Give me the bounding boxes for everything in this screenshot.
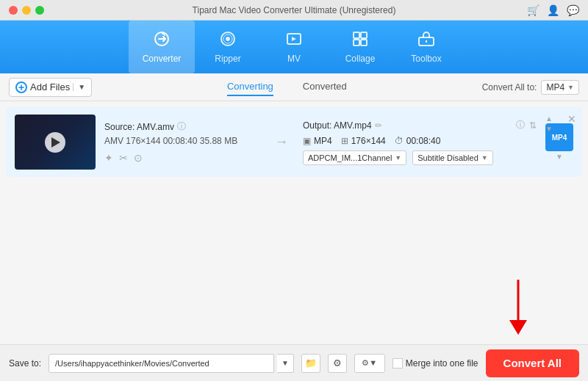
subtitle-dropdown[interactable]: Subtitle Disabled ▼ <box>412 150 492 165</box>
convert-all-button[interactable]: Convert All <box>486 349 579 377</box>
collage-label: Collage <box>345 54 376 64</box>
output-info: Output: AMV.mp4 ✏ ⓘ ⇅ ▣ MP4 ⊞ 176×144 <box>303 119 537 165</box>
resolution-spec: ⊞ 176×144 <box>341 136 386 146</box>
bottom-bar: Save to: ▼ 📁 ⚙ ⚙▼ Merge into one file Co… <box>0 344 588 381</box>
subtitle-arrow: ▼ <box>481 154 488 162</box>
merge-checkbox[interactable] <box>392 358 403 369</box>
format-icon: ▣ <box>303 136 311 146</box>
minimize-window-button[interactable] <box>22 6 31 15</box>
nav-item-ripper[interactable]: Ripper <box>195 21 261 73</box>
audio-channel-dropdown[interactable]: ADPCM_IM...1Channel ▼ <box>303 150 406 165</box>
source-info-icon[interactable]: ⓘ <box>177 120 186 133</box>
settings-button[interactable]: ⚙ <box>328 354 347 373</box>
output-sort-icon[interactable]: ⇅ <box>529 120 537 131</box>
move-down-button[interactable]: ▼ <box>545 125 553 134</box>
add-files-plus-icon: + <box>15 81 27 93</box>
cut-icon[interactable]: ✂ <box>119 152 128 164</box>
arrow-area: → <box>269 134 294 150</box>
toolbar-tabs: Converting Converted <box>92 78 482 96</box>
window-title: Tipard Mac Video Converter Ultimate (Unr… <box>193 5 396 15</box>
maximize-window-button[interactable] <box>35 6 44 15</box>
source-label: Source: AMV.amv ⓘ <box>104 120 260 133</box>
nav-item-toolbox[interactable]: Toolbox <box>393 21 459 73</box>
file-meta: AMV 176×144 00:08:40 35.88 MB <box>104 136 260 146</box>
add-files-dropdown-arrow[interactable]: ▼ <box>73 83 85 91</box>
output-specs: ▣ MP4 ⊞ 176×144 ⏱ 00:08:40 <box>303 136 537 146</box>
extra-icon: ⚙▼ <box>362 358 377 368</box>
merge-label: Merge into one file <box>406 358 478 369</box>
converter-icon <box>153 30 171 51</box>
conversion-arrow-icon: → <box>275 134 288 150</box>
output-edit-icon[interactable]: ✏ <box>375 120 382 131</box>
video-thumbnail <box>15 115 96 170</box>
title-bar: Tipard Mac Video Converter Ultimate (Unr… <box>0 0 588 21</box>
remove-file-button[interactable]: ✕ <box>567 113 576 125</box>
svg-rect-8 <box>361 40 367 46</box>
toolbar: + Add Files ▼ Converting Converted Conve… <box>0 73 588 101</box>
save-path-dropdown-arrow[interactable]: ▼ <box>277 354 294 373</box>
output-name: Output: AMV.mp4 ✏ <box>303 120 382 131</box>
converter-label: Converter <box>143 54 182 64</box>
format-select-dropdown[interactable]: MP4 ▼ <box>541 80 579 95</box>
traffic-lights <box>9 6 44 15</box>
nav-item-converter[interactable]: Converter <box>129 21 195 73</box>
item-reorder-buttons: ▲ ▼ <box>545 115 553 134</box>
ripper-label: Ripper <box>215 54 240 64</box>
nav-item-collage[interactable]: Collage <box>327 21 393 73</box>
message-icon[interactable]: 💬 <box>567 4 579 16</box>
extra-settings-button[interactable]: ⚙▼ <box>354 354 385 373</box>
file-item: Source: AMV.amv ⓘ AMV 176×144 00:08:40 3… <box>6 107 582 177</box>
effects-icon[interactable]: ⊙ <box>134 152 143 164</box>
output-header: Output: AMV.mp4 ✏ ⓘ ⇅ <box>303 119 537 131</box>
user-icon[interactable]: 👤 <box>547 4 559 16</box>
nav-bar: Converter Ripper MV <box>0 21 588 73</box>
audio-channel-arrow: ▼ <box>395 154 401 162</box>
mv-label: MV <box>287 54 301 64</box>
play-button[interactable] <box>45 132 65 153</box>
format-spec: ▣ MP4 <box>303 136 332 146</box>
settings-icon: ⚙ <box>333 358 342 369</box>
svg-rect-7 <box>354 40 359 46</box>
folder-icon: 📁 <box>305 358 317 369</box>
tab-converted[interactable]: Converted <box>303 78 347 96</box>
svg-rect-6 <box>361 32 367 38</box>
file-actions: ✦ ✂ ⊙ <box>104 152 260 164</box>
ripper-icon <box>219 30 237 51</box>
format-select-arrow: ▼ <box>567 84 574 91</box>
merge-checkbox-area: Merge into one file <box>392 358 478 369</box>
content-area: Source: AMV.amv ⓘ AMV 176×144 00:08:40 3… <box>0 101 588 344</box>
output-info-icon[interactable]: ⓘ <box>516 119 525 131</box>
file-info: Source: AMV.amv ⓘ AMV 176×144 00:08:40 3… <box>104 120 260 164</box>
svg-rect-5 <box>354 32 359 38</box>
thumbnail-inner <box>15 115 96 170</box>
save-path-input[interactable] <box>49 354 274 373</box>
output-dropdowns: ADPCM_IM...1Channel ▼ Subtitle Disabled … <box>303 150 537 165</box>
format-badge-chevron-down[interactable]: ▼ <box>556 153 563 161</box>
add-files-button[interactable]: + Add Files ▼ <box>9 78 92 97</box>
toolbox-icon <box>417 30 435 51</box>
tab-converting[interactable]: Converting <box>227 78 273 96</box>
move-up-button[interactable]: ▲ <box>545 115 553 123</box>
cart-icon[interactable]: 🛒 <box>527 4 539 16</box>
close-window-button[interactable] <box>9 6 18 15</box>
resolution-icon: ⊞ <box>341 136 348 146</box>
duration-icon: ⏱ <box>395 136 404 146</box>
svg-point-2 <box>226 37 230 41</box>
enhance-icon[interactable]: ✦ <box>104 152 113 164</box>
collage-icon <box>351 30 369 51</box>
convert-all-to-label: Convert All to: MP4 ▼ <box>482 80 579 95</box>
play-icon <box>51 137 60 148</box>
add-files-label: Add Files <box>30 81 70 92</box>
save-to-label: Save to: <box>9 358 41 369</box>
mv-icon <box>285 30 303 51</box>
save-path-container: ▼ <box>49 354 294 373</box>
toolbox-label: Toolbox <box>411 54 441 64</box>
duration-spec: ⏱ 00:08:40 <box>395 136 441 146</box>
output-header-actions: ⓘ ⇅ <box>516 119 537 131</box>
nav-item-mv[interactable]: MV <box>261 21 327 73</box>
browse-folder-button[interactable]: 📁 <box>301 354 320 373</box>
format-badge-label: MP4 <box>552 134 567 142</box>
